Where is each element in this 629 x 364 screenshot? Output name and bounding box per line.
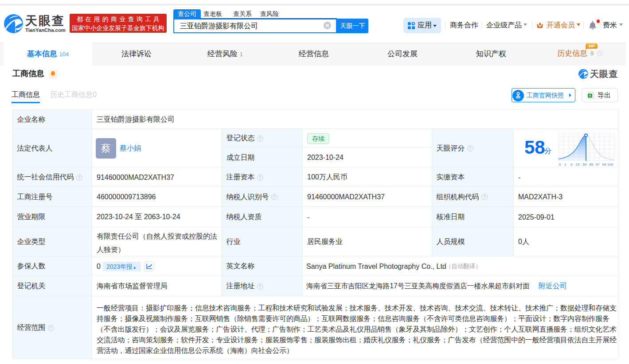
svg-text:100: 100 [607, 163, 613, 167]
svg-text:85: 85 [590, 163, 594, 167]
svg-text:97: 97 [596, 163, 600, 167]
svg-text:3: 3 [570, 163, 573, 167]
svg-text:50: 50 [583, 163, 587, 167]
svg-text:99: 99 [602, 163, 606, 167]
svg-text:1: 1 [564, 163, 566, 167]
svg-text:0: 0 [559, 163, 561, 167]
svg-text:15: 15 [576, 163, 580, 167]
svg-text:x: x [589, 94, 591, 97]
